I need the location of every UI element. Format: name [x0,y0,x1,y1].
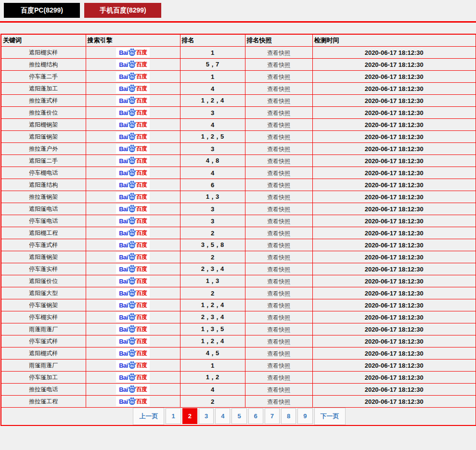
table-row: 停车篷电话Baidu百度3查看快照2020-06-17 18:12:30 [1,215,476,227]
check-time-cell: 2020-06-17 18:12:30 [312,263,476,275]
search-engine-cell: Baidu百度 [86,299,180,311]
view-snapshot-link[interactable]: 查看快照 [267,230,290,237]
snapshot-cell: 查看快照 [245,396,312,408]
view-snapshot-link[interactable]: 查看快照 [267,302,290,309]
view-snapshot-link[interactable]: 查看快照 [267,110,290,116]
baidu-logo: Baidu百度 [116,324,150,334]
rank-cell: 2，3，4 [180,311,245,323]
view-snapshot-link[interactable]: 查看快照 [267,218,290,225]
baidu-logo: Baidu百度 [116,156,150,166]
baidu-logo: Baidu百度 [116,180,150,190]
search-engine-cell: Baidu百度 [86,372,180,384]
page-button[interactable]: 7 [265,408,280,424]
table-row: 推拉蓬价位Baidu百度3查看快照2020-06-17 18:12:30 [1,107,476,119]
svg-text:du: du [130,51,134,55]
baidu-logo-cn-text: 百度 [136,157,147,165]
view-snapshot-link[interactable]: 查看快照 [267,74,290,80]
table-row: 停车蓬式样Baidu百度3，5，8查看快照2020-06-17 18:12:30 [1,239,476,251]
view-snapshot-link[interactable]: 查看快照 [267,98,290,104]
view-snapshot-link[interactable]: 查看快照 [267,338,290,345]
table-row: 推拉蓬户外Baidu百度3查看快照2020-06-17 18:12:30 [1,143,476,155]
page-button[interactable]: 6 [248,408,263,424]
view-snapshot-link[interactable]: 查看快照 [267,158,290,165]
rank-cell: 2 [180,227,245,239]
baidu-logo: Baidu百度 [116,312,150,322]
snapshot-cell: 查看快照 [245,191,312,203]
baidu-logo-cn-text: 百度 [136,85,147,93]
next-page-button[interactable]: 下一页 [314,408,346,425]
baidu-logo: Baidu百度 [116,228,150,238]
baidu-logo-bai-text: Bai [119,362,128,369]
svg-text:du: du [130,208,134,211]
baidu-logo-cn-text: 百度 [136,169,147,177]
view-snapshot-link[interactable]: 查看快照 [267,374,290,381]
view-snapshot-link[interactable]: 查看快照 [267,350,290,357]
svg-text:du: du [130,76,134,79]
view-snapshot-link[interactable]: 查看快照 [267,182,290,189]
check-time-cell: 2020-06-17 18:12:30 [312,323,476,335]
check-time-cell: 2020-06-17 18:12:30 [312,143,476,155]
snapshot-cell: 查看快照 [245,323,312,335]
table-row: 遮阳蓬结构Baidu百度6查看快照2020-06-17 18:12:30 [1,179,476,191]
view-snapshot-link[interactable]: 查看快照 [267,206,290,213]
view-snapshot-link[interactable]: 查看快照 [267,399,290,405]
rank-cell: 3 [180,203,245,215]
snapshot-cell: 查看快照 [245,59,312,71]
view-snapshot-link[interactable]: 查看快照 [267,170,290,177]
keyword-cell: 停车蓬二手 [1,71,86,83]
view-snapshot-link[interactable]: 查看快照 [267,266,290,273]
view-snapshot-link[interactable]: 查看快照 [267,194,290,201]
view-snapshot-link[interactable]: 查看快照 [267,62,290,68]
search-engine-cell: Baidu百度 [86,179,180,191]
view-snapshot-link[interactable]: 查看快照 [267,326,290,333]
view-snapshot-link[interactable]: 查看快照 [267,362,290,369]
baidu-logo-cn-text: 百度 [136,253,147,261]
search-engine-cell: Baidu百度 [86,227,180,239]
baidu-logo-bai-text: Bai [119,302,128,309]
baidu-logo-cn-text: 百度 [136,133,147,141]
baidu-logo-bai-text: Bai [119,121,128,129]
view-snapshot-link[interactable]: 查看快照 [267,242,290,249]
view-snapshot-link[interactable]: 查看快照 [267,254,290,261]
page-button[interactable]: 4 [215,408,230,424]
baidu-logo-cn-text: 百度 [136,289,147,297]
svg-text:du: du [130,172,134,175]
snapshot-cell: 查看快照 [245,119,312,131]
keyword-cell: 雨蓬雨蓬厂 [1,323,86,335]
rank-cell: 3，5，8 [180,239,245,251]
view-snapshot-link[interactable]: 查看快照 [267,50,290,56]
baidu-logo-cn-text: 百度 [136,205,147,213]
view-snapshot-link[interactable]: 查看快照 [267,146,290,153]
baidu-logo-bai-text: Bai [119,314,128,321]
page-button[interactable]: 5 [232,408,246,424]
page-button[interactable]: 1 [166,408,180,424]
check-time-cell: 2020-06-17 18:12:30 [312,155,476,167]
tab-mobile-baidu[interactable]: 手机百度(8299) [84,3,161,18]
view-snapshot-link[interactable]: 查看快照 [267,290,290,297]
baidu-logo: Baidu百度 [116,72,150,81]
prev-page-button[interactable]: 上一页 [133,408,164,425]
view-snapshot-link[interactable]: 查看快照 [267,134,290,141]
search-engine-cell: Baidu百度 [86,335,180,347]
baidu-logo-bai-text: Bai [119,206,128,213]
view-snapshot-link[interactable]: 查看快照 [267,314,290,321]
page-button[interactable]: 9 [297,408,312,424]
view-snapshot-link[interactable]: 查看快照 [267,386,290,393]
tab-baidu-pc[interactable]: 百度PC(8299) [4,3,80,18]
keyword-cell: 停车篷加工 [1,372,86,384]
view-snapshot-link[interactable]: 查看快照 [267,122,290,129]
check-time-cell: 2020-06-17 18:12:30 [312,83,476,95]
page-button-active[interactable]: 2 [182,408,197,424]
keyword-cell: 遮阳棚实样 [1,47,86,59]
svg-text:du: du [130,88,134,91]
view-snapshot-link[interactable]: 查看快照 [267,278,290,285]
baidu-logo-cn-text: 百度 [136,217,147,225]
header-check-time: 检测时间 [312,34,476,47]
search-engine-cell: Baidu百度 [86,131,180,143]
baidu-paw-icon: du [128,301,136,309]
page-button[interactable]: 3 [199,408,214,424]
page-button[interactable]: 8 [281,408,296,424]
keyword-cell: 推拉蓬式样 [1,95,86,107]
baidu-logo: Baidu百度 [116,360,150,370]
view-snapshot-link[interactable]: 查看快照 [267,86,290,92]
